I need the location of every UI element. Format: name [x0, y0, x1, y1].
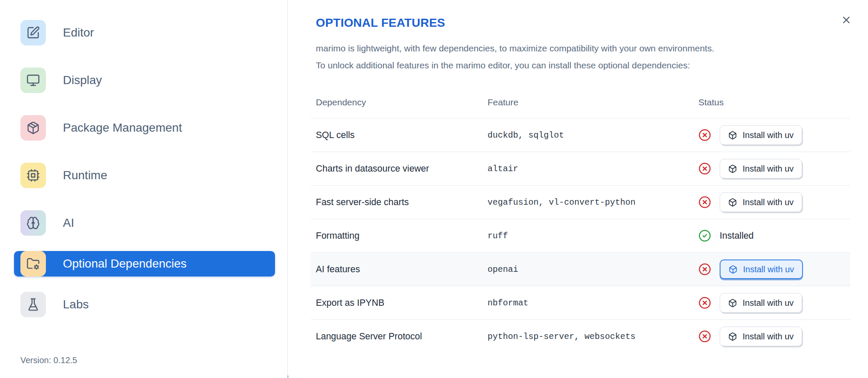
sidebar-item-optional-dependencies[interactable]: Optional Dependencies — [14, 251, 275, 276]
box-icon — [728, 332, 737, 341]
status-missing-icon — [698, 263, 711, 276]
status-cell: Install with uv — [688, 260, 850, 279]
flask-icon — [26, 298, 40, 311]
sidebar-icon-tile — [20, 292, 46, 317]
sidebar-item-runtime[interactable]: Runtime — [14, 163, 275, 188]
status-cell: Install with uv — [688, 293, 850, 313]
circle-x-icon — [698, 196, 711, 209]
box-icon — [728, 164, 737, 173]
dependency-cell: SQL cells — [311, 130, 482, 141]
sidebar-icon-tile — [20, 68, 46, 93]
sidebar-item-label: Labs — [63, 298, 89, 311]
cpu-icon — [26, 169, 40, 182]
circle-x-icon — [698, 263, 711, 276]
dependency-cell: Export as IPYNB — [311, 298, 482, 308]
sidebar-icon-tile — [20, 210, 46, 236]
box-icon — [728, 164, 737, 173]
status-missing-icon — [698, 162, 711, 175]
dependency-cell: Fast server-side charts — [311, 197, 482, 208]
status-cell: Installed — [688, 229, 850, 242]
status-cell: Install with uv — [688, 192, 850, 212]
feature-cell: duckdb, sqlglot — [482, 130, 688, 140]
install-with-uv-button[interactable]: Install with uv — [720, 327, 802, 346]
status-cell: Install with uv — [688, 159, 850, 178]
box-icon — [728, 299, 737, 307]
table-row: Formatting ruff Installed — [311, 219, 850, 252]
monitor-icon — [26, 73, 40, 87]
close-icon — [841, 14, 852, 25]
sidebar-item-editor[interactable]: Editor — [14, 20, 275, 45]
sidebar-icon-tile — [20, 115, 46, 141]
install-with-uv-button[interactable]: Install with uv — [720, 192, 802, 212]
box-icon — [728, 332, 737, 341]
sidebar-icon-tile — [20, 251, 46, 276]
installed-label: Installed — [720, 231, 754, 241]
sidebar-item-labs[interactable]: Labs — [14, 292, 275, 317]
table-row: Fast server-side charts vegafusion, vl-c… — [311, 185, 850, 219]
sidebar-icon-tile — [20, 20, 46, 45]
close-button[interactable] — [839, 13, 854, 27]
box-icon — [728, 131, 737, 140]
sidebar-item-display[interactable]: Display — [14, 68, 275, 93]
box-icon — [728, 299, 737, 307]
circle-check-icon — [698, 229, 711, 242]
sidebar-item-label: Package Management — [63, 121, 182, 135]
sidebar-item-label: Editor — [63, 26, 94, 39]
sidebar-item-package-management[interactable]: Package Management — [14, 115, 275, 141]
sidebar-item-ai[interactable]: AI — [14, 210, 275, 236]
install-with-uv-button[interactable]: Install with uv — [720, 159, 802, 178]
box-icon — [728, 198, 737, 207]
sidebar-item-label: Optional Dependencies — [63, 257, 187, 271]
dependency-cell: Charts in datasource viewer — [311, 164, 482, 174]
version-label: Version: 0.12.5 — [20, 355, 77, 365]
feature-cell: altair — [482, 164, 688, 174]
table-row: Export as IPYNB nbformat Install with uv — [311, 286, 850, 319]
install-with-uv-button[interactable]: Install with uv — [720, 260, 803, 279]
header-feature: Feature — [482, 97, 688, 107]
feature-cell: nbformat — [482, 298, 688, 308]
optional-deps-table: Dependency Feature Status SQL cells duck… — [311, 87, 850, 353]
deps-table-body: SQL cells duckdb, sqlglot Install with u… — [311, 118, 850, 353]
status-installed-icon — [698, 229, 711, 242]
table-row: AI features openai Install with uv — [311, 252, 850, 286]
install-with-uv-button[interactable]: Install with uv — [720, 293, 802, 313]
dialog-description-line-1: marimo is lightweight, with few dependen… — [316, 40, 850, 57]
dependency-cell: Formatting — [311, 231, 482, 241]
status-missing-icon — [698, 296, 711, 309]
table-row: Charts in datasource viewer altair Insta… — [311, 152, 850, 185]
dependency-cell: AI features — [311, 264, 482, 275]
header-status: Status — [688, 97, 850, 107]
status-cell: Install with uv — [688, 125, 850, 145]
dependency-cell: Language Server Protocol — [311, 331, 482, 342]
table-row: SQL cells duckdb, sqlglot Install with u… — [311, 118, 850, 152]
table-row: Language Server Protocol python-lsp-serv… — [311, 319, 850, 353]
status-missing-icon — [698, 330, 711, 343]
box-icon — [728, 131, 737, 140]
settings-dialog-content: OPTIONAL FEATURES marimo is lightweight,… — [288, 0, 868, 378]
table-header-row: Dependency Feature Status — [311, 87, 850, 118]
sidebar-nav: Editor Display Package Management Runtim… — [14, 20, 275, 339]
brain-icon — [26, 216, 40, 230]
circle-x-icon — [698, 162, 711, 175]
feature-cell: vegafusion, vl-convert-python — [482, 197, 688, 207]
settings-sidebar: Editor Display Package Management Runtim… — [0, 0, 288, 378]
dialog-title: OPTIONAL FEATURES — [316, 16, 850, 30]
sidebar-icon-tile — [20, 163, 46, 188]
install-with-uv-button[interactable]: Install with uv — [720, 125, 802, 145]
dialog-description: marimo is lightweight, with few dependen… — [316, 40, 850, 74]
header-dependency: Dependency — [311, 97, 482, 107]
box-icon — [729, 265, 738, 274]
box-icon — [729, 265, 738, 274]
folder-cog-icon — [26, 257, 40, 271]
sidebar-item-label: AI — [63, 216, 74, 230]
feature-cell: ruff — [482, 231, 688, 241]
sidebar-item-label: Runtime — [63, 169, 107, 182]
sidebar-item-label: Display — [63, 73, 102, 87]
edit-icon — [26, 26, 40, 39]
dialog-description-line-2: To unlock additional features in the mar… — [316, 57, 850, 74]
status-cell: Install with uv — [688, 327, 850, 346]
feature-cell: python-lsp-server, websockets — [482, 332, 688, 341]
status-missing-icon — [698, 129, 711, 141]
package-icon — [26, 121, 40, 135]
status-missing-icon — [698, 196, 711, 209]
